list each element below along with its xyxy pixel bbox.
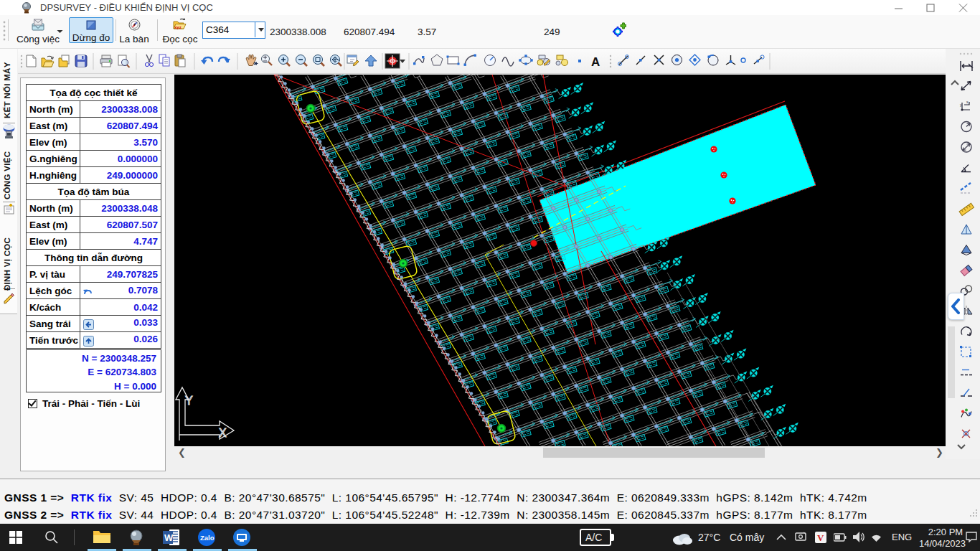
svg-text:X: X bbox=[219, 427, 227, 439]
svg-text:W: W bbox=[164, 532, 174, 543]
svg-text:A: A bbox=[591, 55, 600, 69]
svg-text:Y: Y bbox=[185, 395, 193, 407]
svg-text:Zalo: Zalo bbox=[200, 534, 215, 542]
svg-text:V: V bbox=[817, 532, 824, 543]
svg-text:xyz: xyz bbox=[174, 25, 182, 29]
